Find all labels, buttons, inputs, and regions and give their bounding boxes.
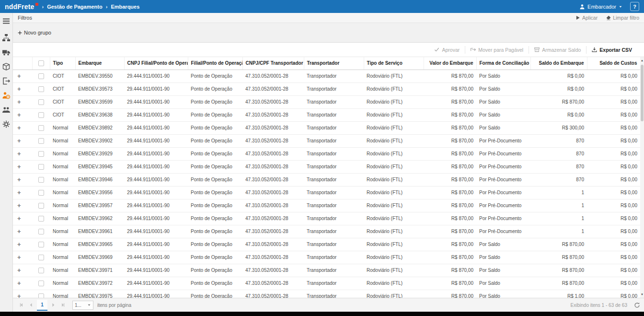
table-row[interactable]: +NormalEMBDEV.3995729.444.911/0001-90Pon…: [13, 199, 640, 212]
expand-row-button[interactable]: +: [13, 173, 32, 186]
table-row[interactable]: +NormalEMBDEV.3996229.444.911/0001-90Pon…: [13, 212, 640, 225]
column-header-transportador[interactable]: Transportador: [304, 57, 364, 70]
row-checkbox[interactable]: [38, 164, 44, 170]
table-row[interactable]: +NormalEMBDEV.3997129.444.911/0001-90Pon…: [13, 264, 640, 277]
vertical-scrollbar[interactable]: ▲ ▼: [640, 57, 644, 298]
table-row[interactable]: +NormalEMBDEV.3997229.444.911/0001-90Pon…: [13, 277, 640, 290]
scrollbar-thumb[interactable]: [641, 65, 644, 121]
table-row[interactable]: +NormalEMBDEV.3995629.444.911/0001-90Pon…: [13, 186, 640, 199]
new-group-button[interactable]: Novo grupo: [18, 30, 51, 35]
row-checkbox[interactable]: [38, 203, 44, 209]
table-row[interactable]: +NormalEMBDEV.3996929.444.911/0001-90Pon…: [13, 251, 640, 264]
column-header-cnpj-filial[interactable]: CNPJ Filial/Ponto de Operação: [124, 57, 188, 70]
expand-row-button[interactable]: +: [13, 147, 32, 160]
row-checkbox[interactable]: [38, 293, 44, 298]
row-checkbox[interactable]: [38, 112, 44, 118]
row-checkbox[interactable]: [38, 268, 44, 273]
table-row[interactable]: +CIOTEMBDEV.3955029.444.911/0001-90Ponto…: [13, 70, 640, 82]
cell-cnpj-cpf-transportador: 47.310.052/0001-28: [242, 160, 304, 173]
expand-row-button[interactable]: +: [13, 238, 32, 251]
apply-filter-button[interactable]: Aplicar: [575, 15, 598, 21]
orgchart-icon[interactable]: [2, 34, 11, 42]
move-to-payable-button[interactable]: Mover para Pagável: [465, 46, 529, 54]
expand-row-button[interactable]: +: [13, 186, 32, 199]
table-row[interactable]: +NormalEMBDEV.3992929.444.911/0001-90Pon…: [13, 147, 640, 160]
row-checkbox[interactable]: [38, 255, 44, 260]
expand-row-button[interactable]: +: [13, 121, 32, 134]
payments-icon[interactable]: [2, 91, 11, 99]
table-row[interactable]: +NormalEMBDEV.3996529.444.911/0001-90Pon…: [13, 238, 640, 251]
breadcrumb-gestao-pagamento[interactable]: Gestão de Pagamento: [47, 4, 103, 10]
next-page-button[interactable]: [48, 300, 58, 310]
breadcrumb-embarques[interactable]: Embarques: [111, 4, 139, 10]
clear-filter-button[interactable]: Limpar filtro: [606, 15, 639, 21]
table-row[interactable]: +CIOTEMBDEV.3957329.444.911/0001-90Ponto…: [13, 82, 640, 95]
column-header-filial-ponto-operacao[interactable]: Filial/Ponto de Operação: [188, 57, 242, 70]
cell-tipo-servico: Rodoviário (FTL): [364, 147, 424, 160]
menu-icon[interactable]: [2, 17, 11, 25]
table-row[interactable]: +NormalEMBDEV.3996129.444.911/0001-90Pon…: [13, 225, 640, 238]
column-header-embarque[interactable]: Embarque: [75, 57, 124, 70]
expand-row-button[interactable]: +: [13, 251, 32, 264]
expand-row-button[interactable]: +: [13, 225, 32, 238]
table-row[interactable]: +NormalEMBDEV.3994629.444.911/0001-90Pon…: [13, 173, 640, 186]
users-icon[interactable]: [2, 105, 11, 114]
table-row[interactable]: +NormalEMBDEV.3994529.444.911/0001-90Pon…: [13, 160, 640, 173]
export-csv-button[interactable]: Exportar CSV: [586, 46, 637, 54]
row-checkbox[interactable]: [38, 86, 44, 92]
user-menu[interactable]: Embarcador: [575, 0, 627, 13]
column-header-saldo-custos[interactable]: Saldo de Custos: [587, 57, 640, 70]
column-header-tipo[interactable]: Tipo: [50, 57, 75, 70]
table-row[interactable]: +CIOTEMBDEV.3963829.444.911/0001-90Ponto…: [13, 108, 640, 121]
app-logo[interactable]: nddFrete: [5, 3, 34, 11]
table-row[interactable]: +NormalEMBDEV.3989229.444.911/0001-90Pon…: [13, 121, 640, 134]
approve-button[interactable]: Aprovar: [429, 46, 465, 54]
row-checkbox[interactable]: [38, 125, 44, 131]
expand-row-button[interactable]: +: [13, 290, 32, 298]
row-checkbox[interactable]: [38, 281, 44, 286]
column-header-cnpj-cpf-transportador[interactable]: CNPJ/CPF Transportador: [242, 57, 304, 70]
table-row[interactable]: +NormalEMBDEV.3997529.444.911/0001-90Pon…: [13, 290, 640, 298]
expand-row-button[interactable]: +: [13, 70, 32, 82]
previous-page-button[interactable]: [26, 300, 36, 310]
page-number-button[interactable]: 1: [37, 300, 47, 311]
store-balance-button[interactable]: Armazenar Saldo: [529, 46, 586, 54]
column-header-forma-conciliacao[interactable]: Forma de Conciliação: [476, 57, 530, 70]
refresh-icon[interactable]: [634, 302, 640, 308]
expand-row-button[interactable]: +: [13, 95, 32, 108]
package-icon[interactable]: [2, 62, 11, 70]
select-all-checkbox[interactable]: [38, 60, 44, 66]
scroll-down-arrow[interactable]: ▼: [640, 292, 644, 297]
row-checkbox[interactable]: [38, 73, 44, 79]
cell-saldo-custos: R$ 0,00: [587, 212, 640, 225]
row-checkbox[interactable]: [38, 229, 44, 234]
expand-row-button[interactable]: +: [13, 277, 32, 290]
expand-row-button[interactable]: +: [13, 160, 32, 173]
column-header-tipo-servico[interactable]: Tipo de Serviço: [364, 57, 424, 70]
expand-row-button[interactable]: +: [13, 82, 32, 95]
settings-icon[interactable]: [2, 120, 11, 128]
last-page-button[interactable]: [58, 300, 68, 310]
row-checkbox[interactable]: [38, 190, 44, 196]
expand-row-button[interactable]: +: [13, 134, 32, 147]
expand-row-button[interactable]: +: [13, 199, 32, 212]
row-checkbox[interactable]: [38, 138, 44, 144]
expand-row-button[interactable]: +: [13, 264, 32, 277]
row-checkbox[interactable]: [38, 151, 44, 157]
expand-row-button[interactable]: +: [13, 108, 32, 121]
scroll-up-arrow[interactable]: ▲: [640, 58, 644, 63]
table-row[interactable]: +CIOTEMBDEV.3959929.444.911/0001-90Ponto…: [13, 95, 640, 108]
page-size-select[interactable]: 1...: [72, 301, 93, 310]
row-checkbox[interactable]: [38, 99, 44, 105]
row-checkbox[interactable]: [38, 177, 44, 183]
column-header-saldo-embarque[interactable]: Saldo do Embarque: [530, 57, 587, 70]
row-checkbox[interactable]: [38, 242, 44, 247]
expand-row-button[interactable]: +: [13, 212, 32, 225]
column-header-valor-embarque[interactable]: Valor do Embarque: [424, 57, 476, 70]
logout-icon[interactable]: [2, 77, 11, 85]
table-row[interactable]: +NormalEMBDEV.3990229.444.911/0001-90Pon…: [13, 134, 640, 147]
truck-icon[interactable]: [2, 48, 11, 56]
row-checkbox[interactable]: [38, 216, 44, 222]
first-page-button[interactable]: [17, 300, 26, 310]
help-button[interactable]: ?: [630, 2, 639, 11]
